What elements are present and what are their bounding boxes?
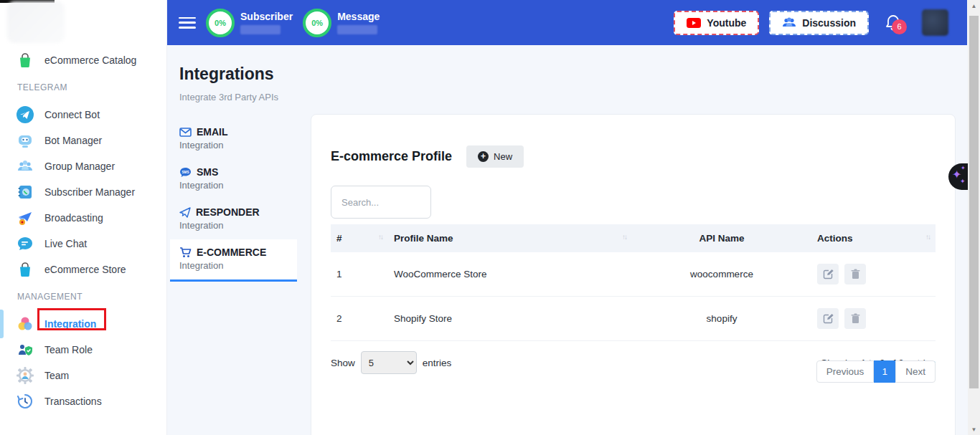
- sidebar-item-transactions[interactable]: Transactions: [0, 388, 166, 414]
- subscriber-progress-ring: 0%: [206, 9, 235, 37]
- sort-icon[interactable]: ↑↓: [622, 233, 626, 241]
- subnav-item-sms[interactable]: SMS SMS Integration: [170, 159, 297, 199]
- contacts-icon: [16, 183, 34, 201]
- group-icon: [16, 157, 34, 176]
- plus-circle-icon: +: [478, 151, 489, 162]
- user-avatar[interactable]: [922, 9, 948, 36]
- subnav-item-title: RESPONDER: [196, 206, 260, 218]
- sparkle-icon: ✦: [960, 178, 966, 185]
- table-header-row: #↑↓ Profile Name↑↓ API Name Actions↑↓: [331, 224, 936, 252]
- delete-button[interactable]: [844, 308, 866, 329]
- delete-button[interactable]: [844, 264, 866, 285]
- search-input[interactable]: [331, 186, 431, 219]
- youtube-button[interactable]: Youtube: [674, 11, 759, 35]
- store-bag-icon: [16, 260, 34, 279]
- transactions-icon: [16, 392, 34, 411]
- sidebar-item-label: eCommerce Catalog: [44, 54, 136, 66]
- sidebar-item-group-manager[interactable]: Group Manager: [0, 153, 166, 179]
- next-page-button[interactable]: Next: [895, 360, 936, 383]
- scrollbar-thumb[interactable]: [969, 16, 979, 388]
- new-profile-button[interactable]: + New: [466, 145, 524, 168]
- message-count-redacted: [337, 25, 377, 34]
- sidebar-item-label: eCommerce Store: [44, 264, 126, 275]
- column-header-profile-name[interactable]: Profile Name↑↓: [388, 224, 632, 252]
- subnav-item-responder[interactable]: RESPONDER Integration: [170, 199, 297, 239]
- sidebar-item-label: Group Manager: [44, 161, 115, 172]
- column-header-number[interactable]: #↑↓: [331, 224, 388, 252]
- edit-button[interactable]: [817, 308, 839, 329]
- trash-icon: [851, 313, 860, 324]
- discussion-button[interactable]: Discussion: [769, 11, 869, 35]
- hamburger-menu-icon[interactable]: [179, 17, 196, 29]
- app-screen: eCommerce Catalog TELEGRAM Connect Bot B…: [0, 0, 980, 435]
- subscriber-count-redacted: [240, 25, 281, 34]
- actions-cell: [811, 252, 936, 297]
- robot-icon: [16, 131, 34, 150]
- mail-icon: [179, 128, 192, 137]
- sidebar-item-label: Integration: [44, 318, 96, 330]
- subnav-item-subtitle: Integration: [179, 140, 297, 150]
- row-number: 2: [331, 297, 388, 341]
- panel-title: E-commerce Profile: [331, 149, 452, 164]
- message-stat: 0% Message: [303, 9, 380, 37]
- telegram-icon: [16, 105, 34, 124]
- sidebar-item-subscriber-manager[interactable]: Subscriber Manager: [0, 179, 166, 205]
- sidebar-item-ecommerce-store[interactable]: eCommerce Store: [0, 257, 166, 282]
- subnav-item-ecommerce[interactable]: E-COMMERCE Integration: [170, 239, 297, 282]
- subnav-item-email[interactable]: EMAIL Integration: [170, 119, 297, 159]
- discussion-button-label: Discussion: [802, 17, 856, 29]
- sidebar-item-label: Live Chat: [44, 238, 87, 249]
- subscriber-stat-label: Subscriber: [240, 11, 293, 22]
- sidebar-item-label: Bot Manager: [44, 135, 102, 146]
- sort-icon[interactable]: ↑↓: [378, 233, 382, 241]
- youtube-icon: [687, 18, 701, 28]
- sidebar-item-label: Subscriber Manager: [44, 186, 135, 198]
- page-subtitle: Integrate 3rd Party APIs: [179, 92, 278, 102]
- subnav-item-title: E-COMMERCE: [197, 247, 266, 258]
- chat-icon: [16, 234, 34, 253]
- actions-cell: [811, 297, 936, 341]
- show-label: Show: [331, 358, 355, 368]
- edit-icon: [823, 313, 834, 324]
- sidebar-item-connect-bot[interactable]: Connect Bot: [0, 102, 166, 128]
- top-header-bar: 0% Subscriber 0% Message Youtube: [167, 0, 967, 45]
- sidebar-item-bot-manager[interactable]: Bot Manager: [0, 128, 166, 153]
- entries-label: entries: [423, 358, 452, 368]
- subscriber-stat: 0% Subscriber: [206, 9, 293, 37]
- page-size-select[interactable]: 5: [361, 351, 417, 374]
- sort-icon[interactable]: ↑↓: [925, 233, 930, 241]
- edit-button[interactable]: [817, 264, 839, 285]
- sidebar-item-ecommerce-catalog[interactable]: eCommerce Catalog: [0, 47, 166, 73]
- sidebar-item-live-chat[interactable]: Live Chat: [0, 231, 166, 257]
- integration-subnav: EMAIL Integration SMS SMS Integration RE…: [170, 119, 297, 282]
- page-1-button[interactable]: 1: [874, 360, 895, 383]
- column-header-api-name[interactable]: API Name: [632, 224, 811, 252]
- sidebar-item-team-role[interactable]: Team Role: [0, 337, 166, 363]
- sidebar-item-broadcasting[interactable]: Broadcasting: [0, 205, 166, 231]
- svg-text:SMS: SMS: [182, 170, 189, 173]
- app-logo[interactable]: [7, 1, 65, 43]
- youtube-button-label: Youtube: [707, 17, 746, 29]
- previous-page-button[interactable]: Previous: [816, 360, 875, 383]
- active-indicator: [0, 310, 4, 338]
- page-title: Integrations: [179, 64, 274, 84]
- message-stat-label: Message: [337, 11, 380, 22]
- profile-name-cell: WooCommerce Store: [388, 252, 632, 297]
- column-header-actions[interactable]: Actions↑↓: [811, 224, 936, 252]
- vertical-scrollbar[interactable]: ▲ ▼: [968, 0, 980, 435]
- notification-bell[interactable]: 6: [885, 14, 902, 32]
- sidebar: eCommerce Catalog TELEGRAM Connect Bot B…: [0, 0, 167, 435]
- paper-plane-icon: [179, 207, 191, 218]
- scroll-up-arrow-icon[interactable]: ▲: [968, 0, 980, 11]
- sidebar-item-team[interactable]: Team: [0, 363, 166, 388]
- trash-icon: [851, 269, 860, 279]
- api-name-cell: woocommerce: [632, 252, 811, 297]
- subnav-item-subtitle: Integration: [179, 220, 297, 231]
- table-row: 2 Shopify Store shopify: [331, 297, 936, 341]
- sidebar-item-integration[interactable]: Integration: [0, 311, 166, 337]
- scroll-down-arrow-icon[interactable]: ▼: [968, 424, 980, 435]
- broadcast-icon: [16, 209, 34, 227]
- row-number: 1: [331, 252, 388, 297]
- ecommerce-profile-card: E-commerce Profile + New #↑↓ Profile Nam…: [311, 114, 956, 435]
- sidebar-item-label: Broadcasting: [44, 212, 103, 224]
